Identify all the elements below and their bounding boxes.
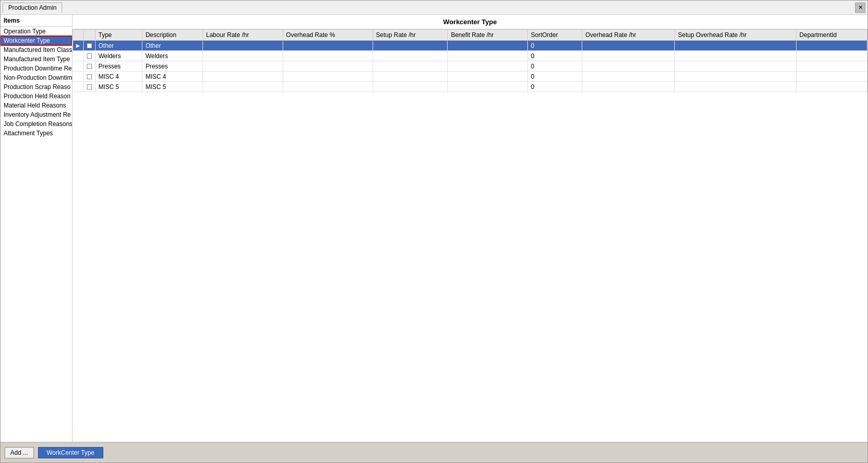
col-header-sort-order: SortOrder [527, 30, 582, 41]
add-button[interactable]: Add ... [5, 447, 34, 458]
panel-title: Workcenter Type [72, 15, 867, 29]
col-header-benefit-rate: Benefit Rate /hr [448, 30, 528, 41]
cell-department_id [796, 51, 867, 61]
col-header-overhead-rate-pct: Overhead Rate % [283, 30, 373, 41]
bottom-bar: Add ... WorkCenter Type [1, 442, 867, 462]
cell-overhead_rate_pct [283, 41, 373, 51]
cell-overhead_rate_pct [283, 61, 373, 72]
cell-overhead_rate_pct [283, 82, 373, 92]
cell-type: Presses [95, 61, 142, 72]
col-header-description: Description [142, 30, 203, 41]
col-header-setup-rate: Setup Rate /hr [373, 30, 448, 41]
cell-sort_order: 0 [527, 41, 582, 51]
col-header-setup-overhead-rate: Setup Overhead Rate /hr [675, 30, 796, 41]
cell-department_id [796, 61, 867, 72]
table-container: TypeDescriptionLabour Rate /hrOverhead R… [72, 29, 867, 442]
cell-type: MISC 4 [95, 72, 142, 82]
row-indicator [83, 41, 95, 51]
cell-labour_rate [203, 72, 283, 82]
sidebar-item-workcenter-type[interactable]: Workcenter Type [1, 36, 72, 45]
row-indicator [83, 51, 95, 61]
table-row[interactable]: MISC 4MISC 40 [73, 72, 867, 82]
col-header-overhead-rate-hr: Overhead Rate /hr [582, 30, 674, 41]
cell-type: MISC 5 [95, 82, 142, 92]
sidebar-item-production-held-reason[interactable]: Production Held Reason [1, 92, 72, 101]
table-body: ▶OtherOther0WeldersWelders0PressesPresse… [73, 41, 867, 92]
sidebar: Items Operation TypeWorkcenter TypeManuf… [1, 15, 72, 442]
row-indicator [83, 61, 95, 72]
cell-overhead_rate_hr [582, 61, 674, 72]
row-arrow [73, 72, 84, 82]
main-window: Production Admin ✕ Items Operation TypeW… [0, 0, 868, 463]
col-header-type: Type [95, 30, 142, 41]
cell-labour_rate [203, 61, 283, 72]
row-arrow [73, 61, 84, 72]
cell-department_id [796, 72, 867, 82]
title-bar: Production Admin ✕ [1, 1, 867, 15]
sidebar-item-non-production-downtim[interactable]: Non-Production Downtim [1, 73, 72, 82]
sidebar-item-attachment-types[interactable]: Attachment Types [1, 129, 72, 138]
title-tab: Production Admin [3, 3, 62, 13]
cell-overhead_rate_hr [582, 72, 674, 82]
sidebar-item-material-held-reasons[interactable]: Material Held Reasons [1, 101, 72, 110]
cell-benefit_rate [448, 41, 528, 51]
table-header: TypeDescriptionLabour Rate /hrOverhead R… [73, 30, 867, 41]
right-panel: Workcenter Type TypeDescriptionLabour Ra… [72, 15, 867, 442]
cell-overhead_rate_pct [283, 51, 373, 61]
cell-department_id [796, 82, 867, 92]
table-row[interactable]: PressesPresses0 [73, 61, 867, 72]
sidebar-item-manufactured-item-type[interactable]: Manufactured Item Type [1, 55, 72, 64]
cell-sort_order: 0 [527, 82, 582, 92]
sidebar-item-production-downtime-re[interactable]: Production Downtime Re [1, 64, 72, 73]
cell-labour_rate [203, 51, 283, 61]
close-button[interactable]: ✕ [855, 3, 865, 13]
sidebar-item-production-scrap-reaso[interactable]: Production Scrap Reaso [1, 82, 72, 92]
col-header-arrow [73, 30, 84, 41]
sidebar-item-job-completion-reasons[interactable]: Job Completion Reasons [1, 119, 72, 129]
main-content: Items Operation TypeWorkcenter TypeManuf… [1, 15, 867, 442]
col-header-indicator [83, 30, 95, 41]
cell-overhead_rate_hr [582, 51, 674, 61]
sidebar-header: Items [1, 15, 72, 27]
table-row[interactable]: ▶OtherOther0 [73, 41, 867, 51]
cell-setup_overhead_rate [675, 72, 796, 82]
cell-type: Other [95, 41, 142, 51]
cell-description: MISC 5 [142, 82, 203, 92]
cell-setup_overhead_rate [675, 61, 796, 72]
cell-description: Presses [142, 61, 203, 72]
sidebar-item-manufactured-item-class[interactable]: Manufactured Item Class [1, 45, 72, 55]
cell-description: Welders [142, 51, 203, 61]
cell-department_id [796, 41, 867, 51]
table-row[interactable]: WeldersWelders0 [73, 51, 867, 61]
cell-sort_order: 0 [527, 72, 582, 82]
row-arrow: ▶ [73, 41, 84, 51]
cell-sort_order: 0 [527, 51, 582, 61]
cell-setup_rate [373, 82, 448, 92]
cell-setup_rate [373, 51, 448, 61]
sidebar-item-inventory-adjustment-re[interactable]: Inventory Adjustment Re [1, 110, 72, 119]
col-header-department-id: DepartmentId [796, 30, 867, 41]
type-label: WorkCenter Type [38, 447, 103, 458]
cell-setup_overhead_rate [675, 51, 796, 61]
sidebar-item-operation-type[interactable]: Operation Type [1, 27, 72, 36]
cell-overhead_rate_hr [582, 82, 674, 92]
table-row[interactable]: MISC 5MISC 50 [73, 82, 867, 92]
cell-setup_rate [373, 61, 448, 72]
cell-benefit_rate [448, 51, 528, 61]
cell-benefit_rate [448, 61, 528, 72]
cell-description: MISC 4 [142, 72, 203, 82]
workcenter-table: TypeDescriptionLabour Rate /hrOverhead R… [72, 29, 867, 92]
cell-type: Welders [95, 51, 142, 61]
cell-setup_rate [373, 41, 448, 51]
row-indicator [83, 72, 95, 82]
row-indicator [83, 82, 95, 92]
cell-overhead_rate_hr [582, 41, 674, 51]
cell-benefit_rate [448, 72, 528, 82]
cell-setup_overhead_rate [675, 41, 796, 51]
cell-labour_rate [203, 82, 283, 92]
row-arrow [73, 51, 84, 61]
cell-setup_overhead_rate [675, 82, 796, 92]
cell-overhead_rate_pct [283, 72, 373, 82]
cell-labour_rate [203, 41, 283, 51]
col-header-labour-rate: Labour Rate /hr [203, 30, 283, 41]
